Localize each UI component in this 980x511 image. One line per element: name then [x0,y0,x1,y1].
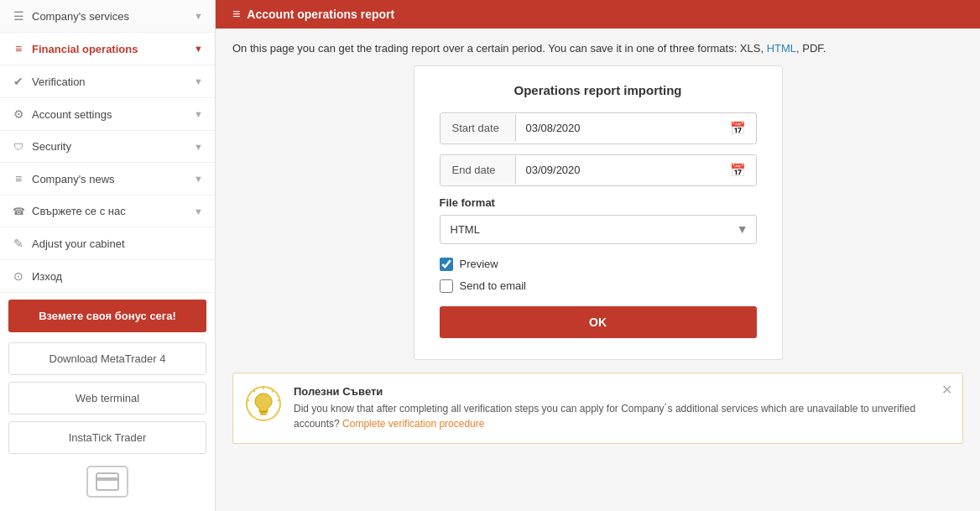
start-date-value[interactable]: 03/08/2020 [516,114,720,142]
account-settings-icon: ⚙ [12,107,25,121]
sidebar-item-financial-operations[interactable]: ≡ Financial operations ▼ [0,33,215,65]
start-date-label: Start date [440,114,516,142]
svg-rect-4 [260,413,267,415]
end-date-value[interactable]: 03/09/2020 [516,156,720,184]
svg-line-8 [254,390,256,392]
verification-icon: ✔ [12,75,25,88]
end-date-calendar-icon[interactable]: 📅 [720,155,756,185]
sidebar-item-adjust-cabinet[interactable]: ✎ Adjust your cabinet [0,227,215,260]
sidebar-item-label: Financial operations [32,43,138,55]
start-date-field: Start date 03/08/2020 📅 [440,112,757,144]
page-description: On this page you can get the trading rep… [216,29,980,65]
adjust-icon: ✎ [12,237,25,250]
file-format-label: File format [440,196,757,209]
bonus-button[interactable]: Вземете своя бонус сега! [8,300,206,332]
send-email-checkbox[interactable] [440,279,453,293]
operations-report-form: Operations report importing Start date 0… [414,65,783,360]
chevron-down-icon: ▼ [194,109,203,119]
svg-line-6 [272,390,274,392]
sidebar-item-label: Adjust your cabinet [32,237,125,250]
sidebar-item-label: Company's services [32,10,129,23]
company-news-icon: ≡ [12,172,25,185]
tips-link[interactable]: Complete verification procedure [342,418,484,430]
security-icon: 🛡 [12,141,25,153]
preview-checkbox[interactable] [440,258,453,271]
page-title: Account operations report [247,8,394,21]
sidebar-item-company-services[interactable]: ☰ Company's services ▼ [0,0,215,33]
html-link[interactable]: HTML [767,42,796,55]
send-email-checkbox-row: Send to email [440,279,757,293]
instatick-trader-button[interactable]: InstaTick Trader [8,421,206,454]
sidebar-item-label: Company's news [32,173,115,185]
chevron-down-icon: ▼ [194,206,203,216]
svg-rect-3 [259,411,268,413]
chevron-down-icon: ▼ [194,76,203,86]
tips-title: Полезни Съвети [294,385,949,398]
description-text-before: On this page you can get the trading rep… [232,42,767,55]
sidebar-item-company-news[interactable]: ≡ Company's news ▼ [0,163,215,196]
financial-operations-icon: ≡ [12,42,25,55]
form-title: Operations report importing [440,83,757,97]
tips-icon [245,385,282,425]
start-date-calendar-icon[interactable]: 📅 [720,113,756,143]
sidebar-item-label: Account settings [32,108,112,121]
end-date-field: End date 03/09/2020 📅 [440,154,757,186]
card-icon [86,466,128,498]
web-terminal-button[interactable]: Web terminal [8,382,206,415]
file-format-select-wrapper: XLS HTML PDF ▼ [440,215,757,244]
sidebar: ☰ Company's services ▼ ≡ Financial opera… [0,0,216,511]
description-text-after: , PDF. [796,42,826,55]
sidebar-item-contact-us[interactable]: ☎ Свържете се с нас ▼ [0,196,215,227]
report-icon: ≡ [232,7,240,22]
sidebar-item-logout[interactable]: ⊙ Изход [0,260,215,293]
download-mt4-button[interactable]: Download MetaTrader 4 [8,342,206,375]
sidebar-item-label: Свържете се с нас [32,205,126,217]
tips-content: Полезни Съвети Did you know that after c… [294,385,949,431]
sidebar-item-account-settings[interactable]: ⚙ Account settings ▼ [0,98,215,131]
end-date-label: End date [440,156,516,184]
sidebar-item-label: Verification [32,76,86,88]
chevron-down-icon: ▼ [194,142,203,152]
company-services-icon: ☰ [12,9,25,23]
ok-button[interactable]: OK [440,306,757,338]
phone-icon: ☎ [12,206,25,217]
chevron-down-icon: ▼ [194,11,203,21]
page-header-bar: ≡ Account operations report [216,0,980,29]
tips-close-button[interactable]: ✕ [941,382,952,398]
sidebar-item-verification[interactable]: ✔ Verification ▼ [0,65,215,98]
svg-rect-0 [96,473,118,490]
main-content: ≡ Account operations report On this page… [216,0,980,511]
preview-label[interactable]: Preview [460,258,498,270]
preview-checkbox-row: Preview [440,258,757,271]
sidebar-item-label: Изход [32,270,62,283]
sidebar-item-security[interactable]: 🛡 Security ▼ [0,131,215,163]
file-format-select[interactable]: XLS HTML PDF [440,215,757,244]
send-email-label[interactable]: Send to email [460,279,527,292]
tips-text: Did you know that after completing all v… [294,401,949,431]
sidebar-item-label: Security [32,140,71,153]
svg-rect-1 [96,477,118,481]
sidebar-bottom-icon [0,457,215,506]
tips-box: Полезни Съвети Did you know that after c… [232,373,963,444]
chevron-down-icon: ▼ [194,174,203,184]
logout-icon: ⊙ [12,269,25,283]
chevron-down-icon: ▼ [194,44,203,54]
